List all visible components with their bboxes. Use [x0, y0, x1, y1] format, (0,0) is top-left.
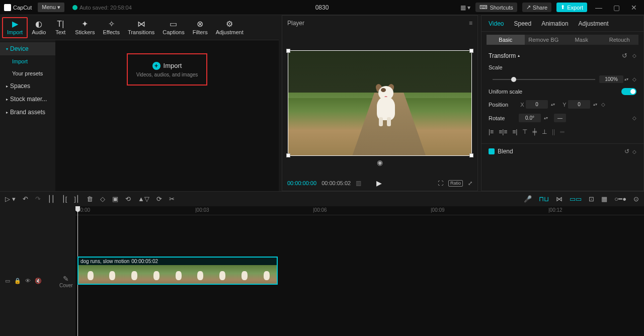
timeline-ruler[interactable]: 00:00 |00:03 |00:06 |00:09 |00:12 [75, 206, 644, 215]
snap-icon[interactable]: ▭▭ [570, 195, 582, 203]
resize-handle[interactable] [469, 153, 473, 157]
align-bottom-icon[interactable]: ⊥ [542, 128, 547, 135]
reset-blend-icon[interactable]: ↺ [624, 148, 629, 155]
split-left-icon[interactable]: ⎮[ [62, 195, 67, 203]
timeline-clip[interactable]: dog runs, slow motion 00:00:05:02 [77, 257, 278, 285]
export-button[interactable]: ⬆ Export [556, 3, 587, 12]
align-right-icon[interactable]: ≡| [512, 128, 517, 135]
reverse-icon[interactable]: ⟲ [125, 195, 131, 203]
align-center-h-icon[interactable]: ≡|≡ [499, 128, 507, 135]
delete-icon[interactable]: 🗑 [87, 195, 93, 203]
subtab-mask[interactable]: Mask [562, 35, 601, 45]
shortcuts-button[interactable]: ⌨ Shortcuts [475, 3, 517, 12]
track-lock-icon[interactable]: 🔒 [14, 278, 21, 284]
select-tool-icon[interactable]: ▷ ▾ [5, 195, 16, 203]
copy-icon[interactable]: ▣ [112, 195, 118, 203]
sidebar-item-spaces[interactable]: ▸Spaces [0, 79, 55, 93]
stepper-icon[interactable]: ▴▾ [623, 77, 629, 81]
align-center-v-icon[interactable]: ╪ [532, 128, 537, 135]
link-icon[interactable]: ⋈ [556, 195, 562, 203]
undo-icon[interactable]: ↶ [23, 195, 28, 203]
player-viewport[interactable]: ◉ [282, 31, 477, 176]
tab-text[interactable]: T|Text [50, 18, 71, 37]
redo-icon[interactable]: ↷ [35, 195, 41, 203]
props-tab-animation[interactable]: Animation [541, 20, 568, 27]
rotate-icon[interactable]: ⟳ [156, 195, 162, 203]
tab-captions[interactable]: ▭Captions [158, 18, 188, 37]
track-visible-icon[interactable]: 👁 [25, 278, 31, 284]
minimize-button[interactable]: — [592, 4, 605, 12]
tab-adjustment[interactable]: ⚙Adjustment [212, 18, 248, 37]
tab-effects[interactable]: ✧Effects [99, 18, 123, 37]
split-icon[interactable]: ⎮⎮ [48, 195, 55, 203]
cover-button[interactable]: ✎ Cover [59, 275, 73, 288]
split-right-icon[interactable]: ]⎮ [74, 195, 79, 203]
scale-slider[interactable] [493, 79, 595, 80]
blend-section[interactable]: Blend ↺ ◇ [481, 143, 643, 159]
uniform-scale-toggle[interactable] [621, 88, 636, 95]
menu-button[interactable]: Menu ▾ [38, 3, 64, 12]
resize-handle[interactable] [286, 49, 290, 53]
scale-value[interactable]: 100% [599, 75, 623, 83]
zoom-slider[interactable]: ○━● [614, 195, 626, 203]
mirror-icon[interactable]: ▲▽ [138, 195, 149, 203]
subtab-retouch[interactable]: Retouch [601, 35, 639, 45]
keyframe-icon[interactable]: ◇ [632, 53, 636, 58]
subtab-removebg[interactable]: Remove BG [525, 35, 563, 45]
keyframe-icon[interactable]: ◇ [632, 149, 636, 154]
magnet-on-icon[interactable]: ⊓⊔ [539, 195, 549, 203]
keyframe-icon[interactable]: ◇ [632, 115, 636, 121]
sidebar-item-device[interactable]: ▾Device [0, 42, 55, 55]
checkbox-icon[interactable] [489, 148, 495, 154]
track-menu-icon[interactable]: ▭ [5, 278, 10, 284]
ratio-button[interactable]: Ratio [448, 180, 463, 187]
tab-import[interactable]: ▶Import [2, 17, 28, 38]
props-tab-adjustment[interactable]: Adjustment [579, 20, 609, 27]
stepper-icon[interactable]: ▴▾ [543, 116, 549, 120]
tab-transitions[interactable]: ⋈Transitions [124, 18, 158, 37]
rotate-input[interactable]: 0.0° [519, 114, 541, 122]
transform-header[interactable]: Transform [489, 52, 516, 59]
distribute-h-icon[interactable]: || [552, 128, 555, 135]
fit-icon[interactable]: ⊙ [633, 195, 639, 203]
layout-icon[interactable]: ▦ ▾ [460, 4, 470, 11]
import-box[interactable]: + Import Videos, audios, and images [127, 53, 207, 86]
props-tab-speed[interactable]: Speed [514, 20, 531, 27]
resize-handle[interactable] [286, 153, 290, 157]
slider-thumb[interactable] [511, 77, 516, 82]
stepper-icon[interactable]: ▴▾ [550, 102, 556, 107]
marker-icon[interactable]: ◇ [100, 195, 105, 203]
subtab-basic[interactable]: Basic [487, 35, 525, 45]
import-area[interactable]: + Import Videos, audios, and images [55, 40, 279, 191]
play-button[interactable]: ▶ [376, 179, 382, 187]
fullscreen-icon[interactable]: ⤢ [468, 180, 472, 187]
keyframe-icon[interactable]: ◇ [632, 76, 636, 82]
resize-handle[interactable] [469, 49, 473, 53]
mic-icon[interactable]: 🎤 [524, 195, 532, 203]
pos-y-input[interactable]: 0 [568, 100, 590, 109]
sidebar-item-presets[interactable]: Your presets [0, 67, 55, 79]
stepper-icon[interactable]: ▴▾ [592, 102, 598, 107]
pos-x-input[interactable]: 0 [526, 100, 548, 109]
maximize-button[interactable]: ▢ [610, 4, 623, 12]
rotate-dial[interactable]: — [554, 114, 566, 122]
tab-audio[interactable]: ◐Audio [28, 18, 50, 37]
share-button[interactable]: ↗ Share [522, 3, 551, 12]
reset-transform-icon[interactable]: ↺ [622, 52, 627, 59]
tab-filters[interactable]: ⊗Filters [189, 18, 212, 37]
compare-icon[interactable]: ▥ [356, 180, 361, 187]
timeline-body[interactable]: 00:00 |00:03 |00:06 |00:09 |00:12 dog ru… [75, 206, 644, 336]
align-left-icon[interactable]: |≡ [489, 128, 494, 135]
camera-icon[interactable]: ◉ [377, 158, 383, 166]
distribute-v-icon[interactable]: ═ [560, 128, 565, 135]
scan-icon[interactable]: ⛶ [438, 180, 443, 187]
preview-icon[interactable]: ⊡ [589, 195, 594, 203]
project-name[interactable]: 0830 [315, 4, 329, 11]
props-tab-video[interactable]: Video [489, 20, 504, 27]
grid-icon[interactable]: ▦ [601, 195, 607, 203]
sidebar-item-stock[interactable]: ▸Stock mater... [0, 93, 55, 106]
sidebar-item-import[interactable]: Import [0, 55, 55, 67]
keyframe-icon[interactable]: ◇ [601, 102, 605, 107]
sidebar-item-brand[interactable]: ▸Brand assets [0, 106, 55, 119]
crop-icon[interactable]: ✂ [169, 195, 175, 203]
